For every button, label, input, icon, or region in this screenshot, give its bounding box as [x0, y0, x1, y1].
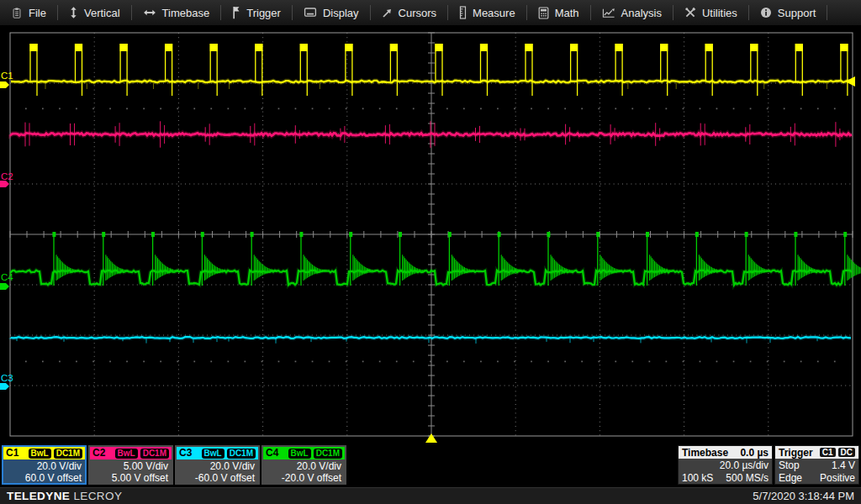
menu-separator — [827, 5, 827, 20]
c1-offset: 60.0 V offset — [3, 472, 82, 484]
c4-settings: 20.0 V/div -20.0 V offset — [263, 459, 345, 484]
menu-item-label: Measure — [473, 7, 515, 19]
menu-item-utilities[interactable]: Utilities — [673, 0, 748, 25]
c4-offset: -20.0 V offset — [263, 472, 341, 484]
menu-item-support[interactable]: Support — [749, 0, 827, 25]
menu-item-cursors[interactable]: Cursors — [371, 0, 448, 25]
c3-offset: -60.0 V offset — [177, 472, 255, 484]
c2-offset: 5.00 V offset — [90, 472, 168, 484]
brand-teledyne: TELEDYNE — [7, 490, 70, 502]
menu-item-label: Trigger — [246, 7, 281, 19]
menu-item-label: Math — [555, 7, 579, 19]
brand-lecroy: LECROY — [73, 490, 122, 502]
trigger-coupling-badge: DC — [838, 448, 855, 457]
menu-item-label: Support — [778, 7, 816, 19]
c1-volts-per-div: 20.0 V/div — [3, 460, 82, 472]
channel-label-c1: C1 — [1, 71, 13, 81]
c3-header: C3 BwL DC1M — [177, 447, 258, 459]
c1-header: C1 BwL DC1M — [3, 447, 85, 459]
trigger-level: 1.4 V — [832, 459, 855, 472]
menu-item-measure[interactable]: Measure — [448, 0, 526, 25]
plot-background — [0, 25, 861, 445]
trigger-icon — [232, 6, 240, 19]
timebase-title: Timebase — [682, 447, 728, 459]
timebase-panel[interactable]: Timebase 0.0 µs 20.0 µs/div 100 kS 500 M… — [678, 445, 773, 485]
menu-bar: FileVerticalTimebaseTriggerDisplayCursor… — [0, 0, 861, 25]
datetime-display: 5/7/2020 3:18:44 PM — [753, 490, 854, 502]
menu-item-label: Analysis — [621, 7, 662, 19]
channel-descriptor-c3[interactable]: C3 BwL DC1M 20.0 V/div -60.0 V offset — [175, 445, 260, 485]
c1-bandwidth-badge: BwL — [29, 449, 51, 459]
timebase-delay-value: 0.0 µs — [740, 447, 769, 459]
timebase-sample-rate: 500 MS/s — [726, 472, 769, 485]
vertical-icon — [69, 6, 78, 19]
support-icon — [760, 7, 772, 18]
c4-header: C4 BwL DC1M — [263, 447, 345, 459]
c3-coupling-badge: DC1M — [227, 449, 256, 459]
menu-item-label: Timebase — [162, 7, 210, 19]
display-icon — [304, 7, 317, 18]
file-icon — [11, 7, 23, 19]
c1-settings: 20.0 V/div 60.0 V offset — [3, 459, 85, 484]
channel-label-c3: C3 — [1, 373, 13, 383]
timebase-header: Timebase 0.0 µs — [679, 446, 772, 459]
scope-display[interactable]: C1C2C4C3 — [0, 0, 861, 504]
analysis-icon — [602, 8, 615, 18]
menu-item-label: Vertical — [84, 7, 120, 19]
c3-volts-per-div: 20.0 V/div — [177, 460, 255, 472]
trigger-panel[interactable]: Trigger C1 DC Stop 1.4 V Edge Positive — [774, 445, 859, 485]
status-bar: TELEDYNE LECROY 5/7/2020 3:18:44 PM — [0, 487, 861, 504]
c4-label: C4 — [266, 447, 278, 459]
menu-item-math[interactable]: Math — [527, 0, 590, 25]
channel-descriptor-c4[interactable]: C4 BwL DC1M 20.0 V/div -20.0 V offset — [261, 445, 346, 485]
menu-item-trigger[interactable]: Trigger — [221, 0, 292, 25]
menu-item-file[interactable]: File — [0, 0, 57, 25]
trigger-header: Trigger C1 DC — [775, 446, 858, 459]
menu-item-label: Cursors — [399, 7, 437, 19]
trigger-type: Edge — [779, 472, 802, 485]
c2-settings: 5.00 V/div 5.00 V offset — [90, 459, 172, 484]
c2-label: C2 — [92, 447, 105, 459]
menu-item-label: Utilities — [702, 7, 737, 19]
c1-coupling-badge: DC1M — [54, 449, 82, 459]
menu-item-vertical[interactable]: Vertical — [58, 0, 131, 25]
timebase-samples: 100 kS — [682, 472, 713, 485]
c1-label: C1 — [6, 447, 18, 459]
channel-descriptor-c2[interactable]: C2 BwL DC1M 5.00 V/div 5.00 V offset — [88, 445, 173, 485]
c4-bandwidth-badge: BwL — [288, 449, 311, 459]
menu-item-timebase[interactable]: Timebase — [132, 0, 221, 25]
timebase-icon — [143, 8, 156, 18]
channel-descriptor-c1[interactable]: C1 BwL DC1M 20.0 V/div 60.0 V offset — [2, 445, 87, 485]
trigger-slope: Positive — [820, 472, 855, 485]
teledyne-lecroy-logo: TELEDYNE LECROY — [7, 490, 122, 502]
utilities-icon — [684, 7, 696, 18]
channel-label-c4: C4 — [1, 272, 13, 282]
c3-label: C3 — [179, 447, 192, 459]
timebase-per-div: 20.0 µs/div — [682, 459, 769, 472]
c2-volts-per-div: 5.00 V/div — [90, 460, 168, 472]
menu-item-label: File — [29, 7, 46, 19]
c2-coupling-badge: DC1M — [140, 449, 169, 459]
c2-header: C2 BwL DC1M — [90, 447, 172, 459]
menu-item-label: Display — [323, 7, 359, 19]
measure-icon — [459, 6, 467, 19]
c2-bandwidth-badge: BwL — [115, 449, 138, 459]
c3-bandwidth-badge: BwL — [202, 449, 224, 459]
cursors-icon — [382, 8, 393, 18]
menu-item-analysis[interactable]: Analysis — [591, 0, 673, 25]
c4-coupling-badge: DC1M — [314, 449, 342, 459]
c3-settings: 20.0 V/div -60.0 V offset — [177, 459, 258, 484]
math-icon — [538, 7, 549, 19]
trigger-title: Trigger — [779, 447, 813, 459]
c4-volts-per-div: 20.0 V/div — [263, 460, 341, 472]
channel-label-c2: C2 — [1, 171, 13, 181]
trigger-source-badge: C1 — [820, 448, 836, 457]
trigger-mode: Stop — [779, 459, 800, 472]
menu-item-display[interactable]: Display — [293, 0, 370, 25]
